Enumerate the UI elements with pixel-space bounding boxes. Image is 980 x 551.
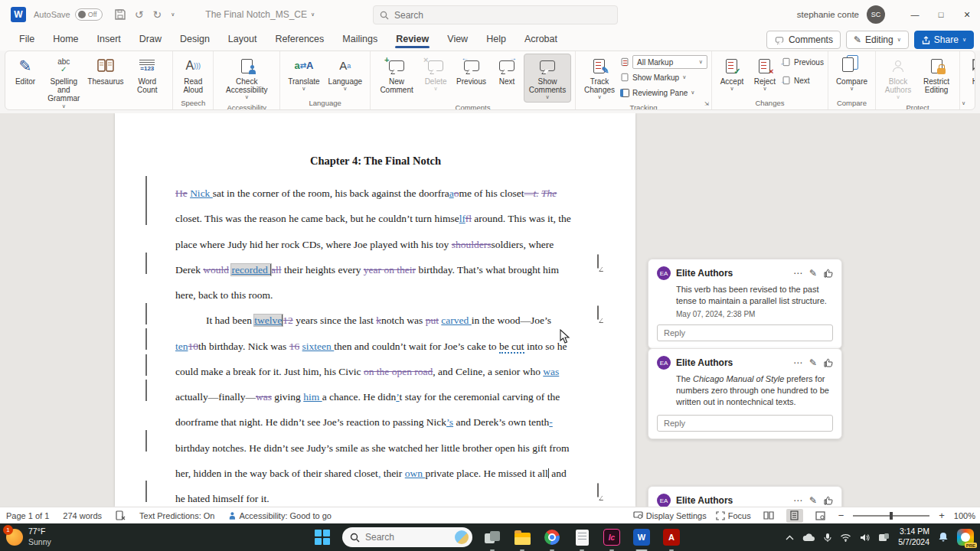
snip-icon[interactable]: [878, 533, 890, 542]
undo-icon[interactable]: ↺: [135, 8, 144, 21]
comment-edit-icon[interactable]: ✎: [809, 495, 817, 506]
comment-reply-input[interactable]: [657, 415, 833, 432]
page-indicator[interactable]: Page 1 of 1: [6, 511, 49, 520]
avatar[interactable]: SC: [867, 5, 885, 24]
zoom-out-button[interactable]: −: [838, 510, 844, 521]
restore-button[interactable]: □: [928, 0, 954, 29]
app-search-box[interactable]: [373, 5, 618, 24]
tab-file[interactable]: File: [11, 31, 43, 49]
tracking-dialog-launcher-icon[interactable]: ⇲: [704, 101, 709, 107]
taskbar-search-input[interactable]: [365, 532, 449, 543]
close-button[interactable]: ×: [954, 0, 980, 29]
comment-more-icon[interactable]: ⋯: [793, 495, 802, 506]
reviewing-pane-button[interactable]: Reviewing Pane ∨: [620, 86, 707, 99]
tab-help[interactable]: Help: [478, 31, 514, 49]
comment-card[interactable]: EAElite Authors⋯✎This verb has been revi…: [648, 259, 842, 349]
zoom-level[interactable]: 100%: [954, 511, 975, 520]
taskbar-search[interactable]: [342, 527, 472, 547]
comment-like-icon[interactable]: [824, 496, 833, 505]
onedrive-icon[interactable]: [802, 533, 815, 542]
editing-mode-button[interactable]: ✎ Editing ∨: [846, 31, 909, 49]
reject-button[interactable]: × Reject ∨: [749, 54, 781, 94]
editor-button[interactable]: ✎ Editor: [9, 54, 41, 88]
speaker-icon[interactable]: [860, 533, 870, 542]
proofing-status-icon[interactable]: [116, 510, 126, 520]
zoom-in-button[interactable]: +: [939, 510, 945, 521]
comment-marker-icon[interactable]: [597, 255, 599, 269]
tab-layout[interactable]: Layout: [220, 31, 266, 49]
next-change-button[interactable]: → Next: [782, 73, 824, 87]
chrome-button[interactable]: [542, 527, 562, 547]
save-icon[interactable]: [115, 9, 126, 20]
block-authors-button[interactable]: Block Authors ∨: [880, 54, 916, 103]
previous-change-button[interactable]: ← Previous: [782, 55, 824, 69]
tab-insert[interactable]: Insert: [89, 31, 129, 49]
show-markup-button[interactable]: Show Markup ∨: [620, 70, 707, 84]
share-button[interactable]: Share ∨: [914, 31, 974, 49]
document-title[interactable]: The Final Notch_MS_CE ∨: [205, 9, 315, 20]
new-comment-button[interactable]: + New Comment: [374, 54, 419, 96]
track-changes-button[interactable]: ✎ Track Changes ∨: [580, 54, 619, 103]
file-explorer-button[interactable]: [512, 527, 532, 547]
print-layout-button[interactable]: [786, 509, 803, 523]
notepad-button[interactable]: [572, 527, 592, 547]
display-settings-button[interactable]: Display Settings: [633, 511, 707, 520]
paragraph[interactable]: It had been twelve12 years since the las…: [175, 308, 576, 507]
comment-more-icon[interactable]: ⋯: [793, 357, 802, 368]
zoom-slider[interactable]: [853, 515, 929, 517]
minimize-button[interactable]: —: [902, 0, 928, 29]
comment-card[interactable]: EAElite Authors⋯✎The Chicago Manual of S…: [648, 348, 842, 439]
document-page[interactable]: Chapter 4: The Final Notch He Nick sat i…: [115, 113, 635, 507]
redo-icon[interactable]: ↻: [152, 8, 162, 21]
comments-button[interactable]: Comments: [766, 31, 841, 49]
collapse-ribbon-icon[interactable]: ∨: [962, 100, 965, 106]
spelling-grammar-button[interactable]: abc ✓ Spelling and Grammar ∨: [42, 54, 86, 110]
comment-more-icon[interactable]: ⋯: [793, 268, 802, 279]
tab-design[interactable]: Design: [172, 31, 218, 49]
search-highlight-image[interactable]: [455, 530, 469, 544]
accept-button[interactable]: ✓ Accept ∨: [716, 54, 748, 94]
markup-select[interactable]: All Markup ∨: [632, 55, 707, 69]
search-input[interactable]: [394, 10, 611, 21]
task-view-button[interactable]: [482, 527, 502, 547]
clock[interactable]: 3:14 PM 5/7/2024: [898, 527, 929, 547]
customize-toolbar-icon[interactable]: ∨: [171, 11, 175, 18]
word-button[interactable]: W: [632, 527, 652, 547]
autosave-toggle[interactable]: AutoSave Off: [34, 8, 103, 21]
comment-marker-icon[interactable]: [597, 306, 599, 320]
read-aloud-button[interactable]: A))) Read Aloud: [177, 54, 209, 96]
show-comments-button[interactable]: Show Comments ∨: [524, 54, 571, 103]
comment-reply-input[interactable]: [657, 324, 833, 341]
word-count-status[interactable]: 274 words: [63, 511, 102, 520]
notification-bell-icon[interactable]: [938, 532, 949, 543]
language-button[interactable]: Aa Language ∨: [325, 54, 367, 94]
tab-references[interactable]: References: [266, 31, 332, 49]
restrict-editing-button[interactable]: Restrict Editing: [917, 54, 956, 96]
wifi-icon[interactable]: [840, 533, 851, 542]
tab-mailings[interactable]: Mailings: [334, 31, 386, 49]
comment-edit-icon[interactable]: ✎: [809, 268, 817, 279]
comment-like-icon[interactable]: [824, 269, 833, 278]
focus-button[interactable]: Focus: [716, 511, 751, 520]
copilot-icon[interactable]: PRE: [957, 529, 974, 546]
tray-expand-icon[interactable]: [786, 535, 794, 540]
incopy-button[interactable]: Ic: [602, 527, 622, 547]
comment-edit-icon[interactable]: ✎: [809, 357, 817, 368]
tab-view[interactable]: View: [439, 31, 476, 49]
translate-button[interactable]: a⇄A Translate ∨: [284, 54, 323, 94]
word-logo-icon[interactable]: W: [11, 7, 26, 22]
word-count-button[interactable]: =123 Word Count: [126, 54, 168, 96]
comment-card[interactable]: EAElite Authors⋯✎: [648, 486, 842, 507]
read-mode-button[interactable]: [760, 509, 777, 523]
check-accessibility-button[interactable]: Check Accessibility ∨: [217, 54, 276, 103]
text-predictions-status[interactable]: Text Predictions: On: [139, 511, 214, 520]
tab-home[interactable]: Home: [44, 31, 87, 49]
next-comment-button[interactable]: → Next: [491, 54, 523, 88]
tab-review[interactable]: Review: [387, 31, 437, 49]
thesaurus-button[interactable]: Thesaurus: [87, 54, 126, 88]
paragraph[interactable]: He Nick sat in the corner of the room, h…: [175, 181, 576, 308]
microphone-icon[interactable]: [824, 533, 831, 543]
web-layout-button[interactable]: [812, 509, 829, 523]
accessibility-status[interactable]: Accessibility: Good to go: [228, 511, 331, 520]
start-button[interactable]: [312, 527, 332, 547]
